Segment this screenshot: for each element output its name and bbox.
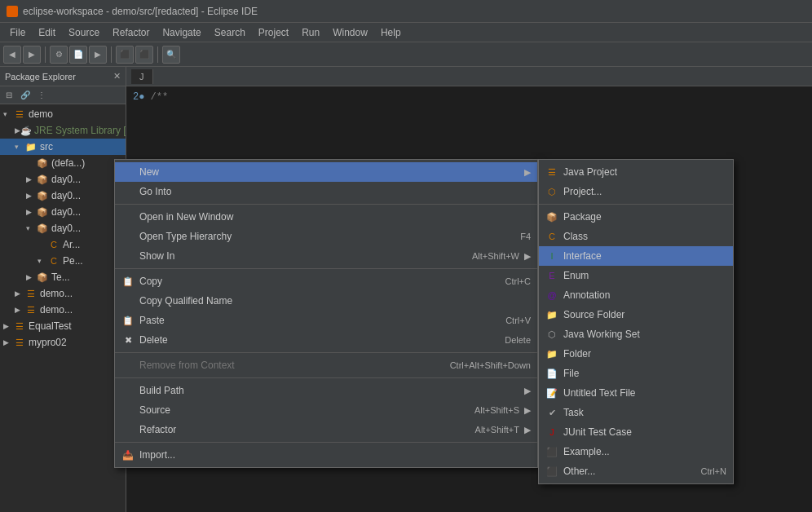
sub-left-other: ⬛Other... [545, 465, 595, 478]
ctx-label-delete: Delete [139, 334, 168, 346]
panel-close-button[interactable]: ✕ [113, 71, 121, 82]
tree-arrow-10: ▶ [26, 273, 36, 281]
sub-item-file[interactable]: 📄File [539, 364, 733, 383]
menu-item-project[interactable]: Project [252, 25, 295, 40]
sub-item-package[interactable]: 📦Package [539, 207, 733, 227]
tree-item-3[interactable]: 📦(defa...) [0, 155, 126, 171]
tree-item-1[interactable]: ▶☕JRE System Library [jdk-13.0.2] [0, 122, 126, 139]
ctx-icon-open-type-hierarchy [121, 230, 135, 243]
tree-arrow-6: ▶ [26, 208, 36, 216]
sub-label-enum: Enum [563, 270, 589, 281]
sub-icon-java-project: ☰ [545, 166, 558, 179]
sub-item-java-working-set[interactable]: ⬡Java Working Set [539, 324, 733, 344]
toolbar-btn-6[interactable]: ⬛ [116, 46, 134, 64]
ctx-item-remove-context[interactable]: Remove from ContextCtrl+Alt+Shift+Down [115, 355, 537, 375]
ctx-right-new: ▶ [524, 167, 531, 178]
toolbar-btn-3[interactable]: ⚙ [50, 46, 68, 64]
sub-icon-java-working-set: ⬡ [545, 328, 558, 341]
collapse-all-button[interactable]: ⊟ [2, 88, 16, 103]
ctx-item-paste[interactable]: 📋PasteCtrl+V [115, 311, 537, 330]
submenu-new: ☰Java Project⬡Project...📦PackageCClassII… [538, 159, 734, 484]
ctx-item-copy[interactable]: 📋CopyCtrl+C [115, 271, 537, 291]
toolbar-btn-8[interactable]: 🔍 [162, 46, 180, 64]
ctx-right-source: Alt+Shift+S▶ [474, 405, 531, 416]
menu-item-help[interactable]: Help [374, 25, 408, 40]
sub-left-untitled-text-file: 📝Untitled Text File [545, 386, 635, 399]
tree-item-9[interactable]: ▾CPe... [0, 253, 126, 269]
ctx-item-show-in[interactable]: Show InAlt+Shift+W▶ [115, 246, 537, 266]
package-explorer-title: Package Explorer [5, 72, 76, 82]
toolbar-btn-5[interactable]: ▶ [89, 46, 107, 64]
menu-item-run[interactable]: Run [295, 25, 326, 40]
menu-item-source[interactable]: Source [62, 25, 106, 40]
sub-item-annotation[interactable]: @Annotation [539, 285, 733, 305]
sub-item-example[interactable]: ⬛Example... [539, 442, 733, 461]
ctx-icon-import: 📥 [121, 448, 135, 461]
sub-item-task[interactable]: ✔Task [539, 403, 733, 422]
sub-item-java-project[interactable]: ☰Java Project [539, 162, 733, 182]
sub-left-class: CClass [545, 230, 588, 243]
toolbar-btn-4[interactable]: 📄 [69, 46, 87, 64]
sub-item-other[interactable]: ⬛Other...Ctrl+N [539, 461, 733, 481]
tree-item-10[interactable]: ▶📦Te... [0, 269, 126, 285]
ctx-item-import[interactable]: 📥Import... [115, 445, 537, 465]
toolbar-btn-7[interactable]: ⬛ [135, 46, 153, 64]
tree-item-6[interactable]: ▶📦day0... [0, 204, 126, 220]
code-tab[interactable]: J [131, 69, 153, 84]
sub-icon-example: ⬛ [545, 445, 558, 458]
sub-item-enum[interactable]: EEnum [539, 266, 733, 285]
ctx-right-copy: Ctrl+C [505, 276, 531, 286]
tree-icon-13: ☰ [13, 320, 26, 333]
sub-item-project[interactable]: ⬡Project... [539, 182, 733, 201]
ctx-right-paste: Ctrl+V [505, 316, 531, 325]
ctx-item-build-path[interactable]: Build Path▶ [115, 381, 537, 400]
ctx-icon-new [121, 166, 135, 179]
sub-icon-file: 📄 [545, 367, 558, 380]
sub-item-source-folder[interactable]: 📁Source Folder [539, 305, 733, 324]
tree-item-14[interactable]: ▶☰mypro02 [0, 334, 126, 351]
ctx-right-delete: Delete [505, 335, 531, 345]
sub-item-folder[interactable]: 📁Folder [539, 344, 733, 364]
ctx-icon-copy-qualified [121, 294, 135, 307]
tree-item-12[interactable]: ▶☰demo... [0, 302, 126, 318]
sub-item-junit-test[interactable]: JJUnit Test Case [539, 422, 733, 442]
ctx-item-copy-qualified[interactable]: Copy Qualified Name [115, 291, 537, 311]
tree-item-5[interactable]: ▶📦day0... [0, 188, 126, 204]
sub-icon-other: ⬛ [545, 465, 558, 478]
toolbar-sep-1 [45, 46, 46, 63]
menu-item-window[interactable]: Window [326, 25, 374, 40]
tree-item-13[interactable]: ▶☰EqualTest [0, 318, 126, 334]
ctx-right-remove-context: Ctrl+Alt+Shift+Down [450, 360, 531, 370]
ctx-item-open-type-hierarchy[interactable]: Open Type HierarchyF4 [115, 227, 537, 246]
ctx-shortcut-open-type-hierarchy: F4 [520, 232, 531, 241]
tree-item-2[interactable]: ▾📁src [0, 139, 126, 155]
ctx-item-source[interactable]: SourceAlt+Shift+S▶ [115, 400, 537, 420]
menu-item-navigate[interactable]: Navigate [156, 25, 207, 40]
tree-item-4[interactable]: ▶📦day0... [0, 171, 126, 188]
ctx-item-new[interactable]: New▶ [115, 162, 537, 182]
ctx-item-refactor[interactable]: RefactorAlt+Shift+T▶ [115, 420, 537, 439]
menu-item-edit[interactable]: Edit [32, 25, 62, 40]
tree-item-8[interactable]: CAr... [0, 236, 126, 253]
sub-shortcut-other: Ctrl+N [701, 466, 726, 476]
tree-item-11[interactable]: ▶☰demo... [0, 285, 126, 302]
ctx-item-open-new-window[interactable]: Open in New Window [115, 207, 537, 227]
ctx-arrow-show-in: ▶ [524, 251, 531, 262]
toolbar-btn-2[interactable]: ▶ [23, 46, 41, 64]
ctx-item-go-into[interactable]: Go Into [115, 182, 537, 201]
sub-item-untitled-text-file[interactable]: 📝Untitled Text File [539, 383, 733, 403]
menu-item-file[interactable]: File [3, 25, 32, 40]
sub-label-untitled-text-file: Untitled Text File [563, 387, 635, 399]
tree-item-0[interactable]: ▾☰demo [0, 106, 126, 122]
ctx-item-delete[interactable]: ✖DeleteDelete [115, 330, 537, 350]
link-editor-button[interactable]: 🔗 [18, 88, 33, 103]
tree-arrow-4: ▶ [26, 175, 36, 183]
panel-menu-button[interactable]: ⋮ [34, 88, 49, 103]
menu-item-refactor[interactable]: Refactor [106, 25, 156, 40]
toolbar-btn-1[interactable]: ◀ [3, 46, 21, 64]
tree-arrow-11: ▶ [15, 289, 24, 298]
tree-item-7[interactable]: ▾📦day0... [0, 220, 126, 236]
sub-item-interface[interactable]: IInterface [539, 246, 733, 266]
sub-item-class[interactable]: CClass [539, 227, 733, 246]
menu-item-search[interactable]: Search [208, 25, 252, 40]
